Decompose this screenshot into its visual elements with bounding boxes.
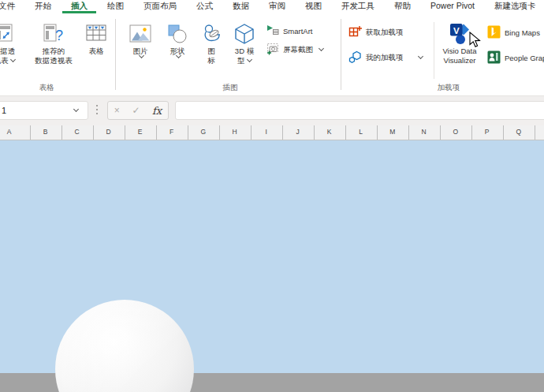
mouse-cursor-icon [469, 32, 481, 51]
tab-power-pivot[interactable]: Power Pivot [422, 0, 483, 13]
column-header-A[interactable]: A [0, 128, 18, 136]
formula-buttons: × ✓ fx [107, 101, 169, 120]
pivot-table-button[interactable]: 数据透 视表 [0, 18, 30, 83]
visio-icon: V [448, 21, 471, 47]
icons-label-2: 标 [207, 56, 215, 65]
pivot-table-label-1: 数据透 [0, 47, 15, 56]
tab-new-tab[interactable]: 新建选项卡 [486, 0, 544, 13]
3d-models-label-2: 型 [237, 56, 245, 65]
ribbon-group-illustrations: 图片 形状 [120, 16, 341, 95]
pictures-button[interactable]: 图片 [123, 18, 158, 83]
ribbon-insert: 数据透 视表 ? 推荐的 数据透视表 [0, 16, 544, 96]
column-header-M[interactable]: M [377, 128, 408, 136]
formula-input[interactable] [175, 101, 544, 120]
people-graph-icon [487, 50, 501, 65]
get-addins-label: 获取加载项 [366, 28, 404, 38]
table-button[interactable]: 表格 [80, 18, 112, 83]
screenshot-label: 屏幕截图 [283, 45, 313, 55]
svg-text:?: ? [55, 28, 63, 43]
dropdown-chevron-icon [319, 46, 324, 51]
name-box-value: 1 [2, 106, 6, 115]
tab-insert[interactable]: 插入 [62, 0, 96, 13]
screenshot-button[interactable]: 屏幕截图 [266, 43, 323, 57]
dropdown-chevron-icon [247, 57, 252, 62]
tab-review[interactable]: 审阅 [260, 0, 294, 13]
ribbon-group-addins: 获取加载项 我的加载项 [345, 16, 544, 95]
enter-button[interactable]: ✓ [132, 105, 140, 116]
tab-formulas[interactable]: 公式 [188, 0, 222, 13]
hexagons-icon [348, 50, 362, 65]
column-header-O[interactable]: O [440, 128, 471, 136]
shapes-icon [166, 21, 189, 47]
cancel-button[interactable]: × [114, 105, 120, 116]
column-header-D[interactable]: D [93, 128, 125, 136]
tab-draw[interactable]: 绘图 [99, 0, 132, 13]
tab-data[interactable]: 数据 [224, 0, 258, 13]
column-header-K[interactable]: K [314, 128, 345, 136]
column-headers: ABCDEFGHIJKLMNOPQ [0, 125, 544, 140]
3d-models-label-1: 3D 模 [235, 47, 254, 56]
get-addins-button[interactable]: 获取加载项 [348, 25, 404, 39]
column-header-H[interactable]: H [219, 128, 251, 136]
bing-maps-button[interactable]: Bing Maps [487, 25, 540, 39]
svg-text:V: V [453, 25, 460, 35]
formula-bar-resize-dots[interactable] [96, 105, 98, 114]
tab-home[interactable]: 开始 [26, 0, 60, 13]
people-graph-label: People Graph [505, 54, 544, 62]
group-separator [341, 19, 341, 90]
recommended-pivot-icon: ? [42, 21, 65, 47]
excel-window: 文件 开始 插入 绘图 页面布局 公式 数据 审阅 视图 开发工具 帮助 Pow… [0, 0, 544, 392]
recommended-pivot-label-2: 数据透视表 [35, 56, 73, 65]
tab-file[interactable]: 文件 [0, 0, 24, 13]
column-header-Q[interactable]: Q [503, 128, 535, 136]
recommended-pivot-label-1: 推荐的 [43, 47, 65, 56]
shapes-button[interactable]: 形状 [161, 18, 194, 83]
icons-label-1: 图 [207, 47, 215, 56]
column-header-P[interactable]: P [471, 128, 503, 136]
bing-maps-icon [487, 25, 501, 40]
table-icon [84, 21, 108, 47]
column-header-L[interactable]: L [345, 128, 377, 136]
column-header-N[interactable]: N [408, 128, 440, 136]
smartart-icon [266, 24, 279, 38]
icons-button[interactable]: 图 标 [197, 18, 225, 83]
group-separator [115, 19, 116, 90]
insert-function-button[interactable]: fx [152, 105, 162, 117]
store-icon [348, 25, 362, 40]
visio-label-2: Visualizer [443, 56, 475, 65]
name-box-dropdown-icon[interactable] [73, 106, 79, 112]
group-label-illustrations: 插图 [120, 83, 341, 93]
tab-view[interactable]: 视图 [296, 0, 330, 13]
column-header-I[interactable]: I [251, 128, 282, 136]
my-addins-button[interactable]: 我的加载项 [348, 50, 423, 65]
column-header-G[interactable]: G [188, 128, 219, 136]
tab-help[interactable]: 帮助 [386, 0, 419, 13]
group-label-addins: 加载项 [345, 83, 544, 93]
pictures-icon [129, 21, 152, 47]
pivot-table-label-2: 视表 [0, 56, 9, 65]
recommended-pivot-button[interactable]: ? 推荐的 数据透视表 [28, 18, 79, 83]
smartart-label: SmartArt [283, 27, 312, 35]
white-sphere [55, 300, 194, 392]
column-header-J[interactable]: J [282, 128, 314, 136]
column-header-E[interactable]: E [125, 128, 156, 136]
tab-developer[interactable]: 开发工具 [333, 0, 383, 13]
dropdown-chevron-icon [9, 57, 15, 62]
group-label-tables: 表格 [0, 83, 115, 93]
dropdown-chevron-icon [417, 54, 423, 59]
tab-page-layout[interactable]: 页面布局 [135, 0, 185, 13]
table-label: 表格 [89, 47, 104, 56]
people-graph-button[interactable]: People Graph [487, 50, 544, 65]
3d-models-button[interactable]: 3D 模 型 [227, 18, 262, 83]
ribbon-tab-bar: 文件 开始 插入 绘图 页面布局 公式 数据 审阅 视图 开发工具 帮助 Pow… [0, 0, 544, 16]
name-box[interactable]: 1 [0, 101, 88, 120]
formula-bar-row: 1 × ✓ fx [0, 95, 544, 126]
bing-maps-label: Bing Maps [505, 28, 540, 37]
column-header-B[interactable]: B [30, 128, 61, 136]
my-addins-label: 我的加载项 [366, 53, 404, 63]
smartart-button[interactable]: SmartArt [266, 24, 312, 38]
worksheet-area[interactable] [0, 140, 544, 392]
duck-icon [199, 21, 223, 47]
column-header-C[interactable]: C [61, 128, 93, 136]
column-header-F[interactable]: F [156, 128, 188, 136]
